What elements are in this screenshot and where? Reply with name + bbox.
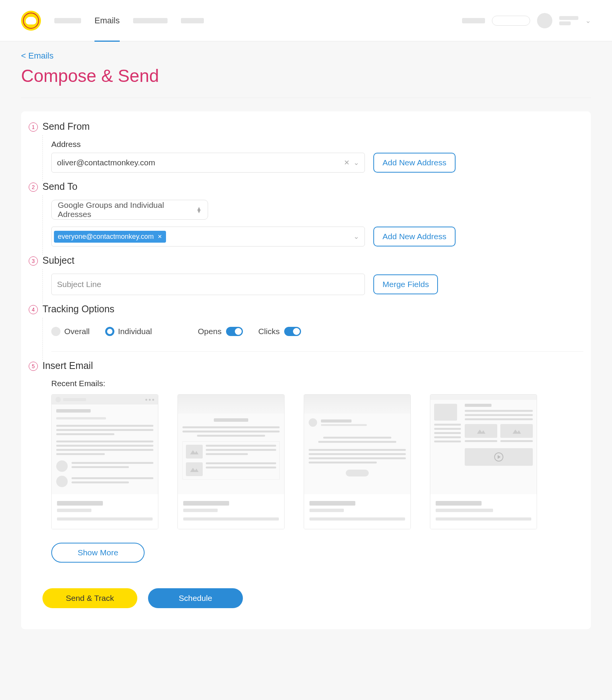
logo bbox=[21, 11, 41, 31]
email-template-card[interactable] bbox=[51, 394, 158, 529]
step-number: 2 bbox=[29, 183, 38, 192]
sort-icon: ▲▼ bbox=[196, 207, 202, 213]
recipient-chip: everyone@contactmonkey.com ✕ bbox=[54, 231, 166, 243]
merge-fields-button[interactable]: Merge Fields bbox=[373, 274, 438, 294]
send-to-mode-select[interactable]: Google Groups and Individual Adresses ▲▼ bbox=[51, 200, 208, 220]
top-nav: Emails bbox=[54, 0, 204, 42]
breadcrumb-back[interactable]: < Emails bbox=[21, 51, 54, 60]
tracking-individual-radio[interactable]: Individual bbox=[105, 327, 152, 336]
template-preview bbox=[52, 395, 158, 494]
nav-skeleton bbox=[181, 18, 204, 23]
radio-label: Overall bbox=[64, 327, 90, 336]
tracking-overall-radio[interactable]: Overall bbox=[51, 327, 90, 336]
play-icon bbox=[494, 452, 503, 462]
avatar[interactable] bbox=[537, 13, 552, 28]
recent-emails-label: Recent Emails: bbox=[51, 379, 583, 388]
page-title: Compose & Send bbox=[21, 65, 591, 86]
nav-skeleton bbox=[133, 18, 168, 23]
clear-icon[interactable]: ✕ bbox=[344, 158, 350, 167]
step-title-send-to: Send To bbox=[42, 181, 77, 192]
step-number: 4 bbox=[29, 305, 38, 314]
schedule-button[interactable]: Schedule bbox=[148, 588, 243, 608]
show-more-button[interactable]: Show More bbox=[51, 543, 145, 563]
send-to-recipients-select[interactable]: everyone@contactmonkey.com ✕ ⌄ bbox=[51, 227, 365, 246]
radio-label: Individual bbox=[118, 327, 152, 336]
step-number: 5 bbox=[29, 362, 38, 371]
send-from-address-select[interactable]: oliver@contactmonkey.com ✕ ⌄ bbox=[51, 153, 365, 173]
user-menu[interactable] bbox=[559, 16, 578, 25]
template-meta bbox=[430, 494, 537, 529]
radio-icon bbox=[51, 327, 60, 336]
chip-remove-icon[interactable]: ✕ bbox=[158, 233, 162, 240]
step-title-send-from: Send From bbox=[42, 121, 90, 132]
subject-input[interactable] bbox=[51, 274, 365, 295]
send-to-mode-value: Google Groups and Individual Adresses bbox=[58, 201, 196, 219]
divider bbox=[51, 351, 583, 352]
nav-skeleton bbox=[54, 18, 81, 23]
chevron-down-icon[interactable]: ⌄ bbox=[353, 158, 359, 167]
step-title-insert: Insert Email bbox=[42, 360, 93, 371]
chevron-down-icon[interactable]: ⌄ bbox=[585, 16, 591, 25]
template-meta bbox=[304, 494, 410, 529]
nav-emails[interactable]: Emails bbox=[94, 0, 120, 42]
email-template-card[interactable] bbox=[304, 394, 411, 529]
step-title-tracking: Tracking Options bbox=[42, 303, 114, 315]
app-header: Emails ⌄ bbox=[0, 0, 612, 41]
clicks-toggle[interactable] bbox=[284, 327, 301, 336]
add-new-address-button[interactable]: Add New Address bbox=[373, 153, 456, 173]
step-title-subject: Subject bbox=[42, 255, 74, 266]
opens-toggle[interactable] bbox=[226, 327, 243, 336]
email-template-card[interactable] bbox=[430, 394, 537, 529]
template-preview bbox=[430, 395, 537, 494]
template-preview bbox=[304, 395, 410, 494]
toggle-label: Opens bbox=[198, 327, 221, 336]
step-number: 3 bbox=[29, 256, 38, 266]
send-from-value: oliver@contactmonkey.com bbox=[57, 158, 155, 167]
header-right: ⌄ bbox=[462, 13, 591, 28]
radio-icon bbox=[105, 327, 114, 336]
template-meta bbox=[178, 494, 284, 529]
compose-card: 1 Send From Address oliver@contactmonkey… bbox=[21, 111, 591, 629]
email-template-card[interactable] bbox=[177, 394, 285, 529]
chip-label: everyone@contactmonkey.com bbox=[58, 233, 154, 241]
toggle-label: Clicks bbox=[258, 327, 280, 336]
header-skeleton bbox=[462, 18, 485, 23]
template-meta bbox=[52, 494, 158, 529]
header-pill[interactable] bbox=[492, 16, 530, 26]
chevron-down-icon[interactable]: ⌄ bbox=[353, 232, 359, 241]
address-label: Address bbox=[51, 140, 583, 149]
divider bbox=[21, 98, 591, 98]
template-preview bbox=[178, 395, 284, 494]
send-track-button[interactable]: Send & Track bbox=[42, 588, 137, 608]
add-new-address-button[interactable]: Add New Address bbox=[373, 227, 456, 246]
step-number: 1 bbox=[29, 122, 38, 132]
